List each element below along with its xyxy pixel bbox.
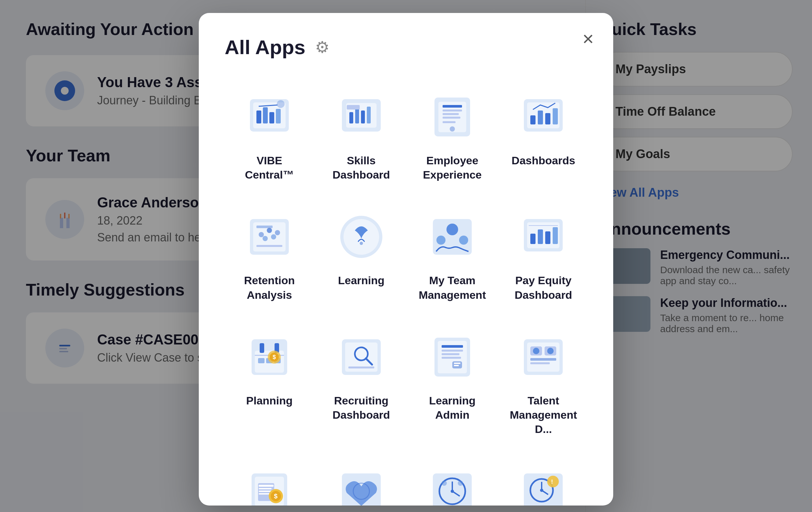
- recruiting-dashboard-icon: [332, 328, 390, 386]
- svg-rect-15: [263, 107, 268, 124]
- modal-overlay[interactable]: All Apps ⚙ × VIBE Central™ Skills Dashbo…: [0, 0, 812, 512]
- app-label-dashboards: Dashboards: [512, 153, 575, 167]
- app-item-learning[interactable]: Learning: [317, 198, 405, 312]
- retention-analysis-icon: [240, 208, 298, 266]
- svg-point-18: [277, 100, 285, 108]
- app-item-retention-analysis[interactable]: Retention Analysis: [225, 198, 314, 312]
- app-item-compensation-mgmt[interactable]: $ Compensation Management: [225, 452, 314, 506]
- svg-rect-79: [348, 367, 374, 369]
- svg-rect-66: [260, 343, 264, 353]
- app-label-learning-admin: Learning Admin: [415, 394, 490, 422]
- svg-rect-37: [530, 115, 535, 125]
- svg-point-34: [450, 126, 455, 132]
- app-item-my-team-management[interactable]: My Team Management: [408, 198, 496, 312]
- app-label-my-team-management: My Team Management: [415, 273, 490, 302]
- svg-rect-23: [355, 108, 359, 124]
- compensation-mgmt-icon: $: [240, 462, 298, 506]
- svg-rect-33: [442, 121, 456, 123]
- svg-rect-38: [538, 110, 543, 125]
- svg-rect-40: [553, 108, 558, 125]
- close-button[interactable]: ×: [582, 29, 594, 49]
- employee-experience-icon: [423, 88, 482, 146]
- svg-rect-26: [347, 105, 360, 110]
- app-item-time-absence[interactable]: Time and Absence: [408, 452, 496, 506]
- svg-rect-100: [259, 485, 273, 487]
- svg-rect-59: [530, 234, 535, 244]
- svg-rect-30: [442, 110, 462, 111]
- svg-point-54: [446, 223, 458, 235]
- svg-rect-14: [256, 110, 261, 124]
- app-item-vibe-central[interactable]: VIBE Central™: [225, 78, 314, 191]
- svg-point-113: [451, 490, 454, 493]
- svg-rect-83: [442, 350, 463, 352]
- time-absence-admin-icon: !: [514, 462, 573, 506]
- app-label-learning: Learning: [338, 273, 385, 288]
- svg-rect-61: [545, 232, 550, 244]
- app-item-dashboards[interactable]: Dashboards: [499, 78, 587, 191]
- svg-rect-85: [442, 357, 461, 359]
- svg-point-46: [263, 236, 268, 241]
- app-label-retention-analysis: Retention Analysis: [231, 273, 308, 302]
- svg-rect-88: [454, 365, 459, 366]
- app-item-employee-experience[interactable]: Employee Experience: [408, 78, 496, 191]
- app-item-time-absence-admin[interactable]: ! Time and Absence Admin: [499, 452, 587, 506]
- svg-rect-49: [256, 225, 272, 228]
- planning-icon: $: [240, 328, 298, 386]
- app-label-planning: Planning: [246, 394, 293, 408]
- svg-point-44: [267, 228, 272, 233]
- svg-point-47: [271, 234, 276, 240]
- gear-icon[interactable]: ⚙: [315, 38, 329, 57]
- svg-point-56: [459, 236, 468, 245]
- app-item-recruiting-dashboard[interactable]: Recruiting Dashboard: [317, 318, 405, 446]
- app-item-skills-dashboard[interactable]: Skills Dashboard: [317, 78, 405, 191]
- app-item-talent-management[interactable]: Talent Management D...: [499, 318, 587, 446]
- app-label-employee-experience: Employee Experience: [415, 153, 490, 182]
- app-item-benefits-dashboard[interactable]: Benefits Dashboard: [317, 452, 405, 506]
- apps-grid: VIBE Central™ Skills Dashboard Employee …: [225, 78, 587, 506]
- svg-text:!: !: [551, 479, 553, 485]
- modal-title: All Apps: [225, 36, 305, 59]
- svg-text:$: $: [274, 492, 278, 500]
- app-label-talent-management: Talent Management D...: [506, 394, 581, 436]
- app-label-vibe-central: VIBE Central™: [231, 153, 308, 182]
- svg-point-95: [533, 348, 540, 354]
- svg-rect-17: [276, 109, 281, 124]
- app-label-skills-dashboard: Skills Dashboard: [324, 153, 399, 182]
- skills-dashboard-icon: [332, 88, 390, 146]
- svg-rect-93: [530, 358, 556, 361]
- all-apps-modal: All Apps ⚙ × VIBE Central™ Skills Dashbo…: [199, 13, 613, 506]
- svg-rect-101: [259, 488, 272, 489]
- svg-rect-87: [454, 362, 460, 364]
- svg-rect-25: [367, 107, 371, 124]
- dashboards-icon: [514, 88, 573, 146]
- app-item-learning-admin[interactable]: Learning Admin: [408, 318, 496, 446]
- learning-icon: [332, 208, 390, 266]
- svg-point-45: [275, 230, 280, 235]
- time-absence-icon: [423, 462, 482, 506]
- app-label-recruiting-dashboard: Recruiting Dashboard: [324, 394, 399, 422]
- pay-equity-dashboard-icon: [514, 208, 573, 266]
- learning-admin-icon: [423, 328, 482, 386]
- app-item-planning[interactable]: $ Planning: [225, 318, 314, 446]
- svg-rect-39: [545, 113, 550, 125]
- my-team-management-icon: [423, 208, 482, 266]
- svg-rect-48: [256, 245, 282, 247]
- svg-rect-62: [553, 227, 558, 244]
- svg-point-96: [547, 348, 554, 354]
- svg-point-43: [259, 232, 264, 237]
- modal-header: All Apps ⚙: [225, 36, 587, 59]
- svg-point-121: [547, 476, 559, 487]
- svg-rect-32: [442, 117, 460, 118]
- app-item-pay-equity-dashboard[interactable]: Pay Equity Dashboard: [499, 198, 587, 312]
- svg-point-52: [360, 242, 363, 245]
- talent-management-icon: [514, 328, 573, 386]
- vibe-central-icon: [240, 88, 298, 146]
- svg-rect-84: [442, 353, 459, 355]
- svg-rect-60: [538, 230, 543, 244]
- svg-rect-94: [530, 362, 550, 364]
- svg-rect-29: [442, 105, 462, 108]
- svg-rect-16: [269, 112, 274, 124]
- svg-point-114: [442, 481, 447, 486]
- svg-rect-82: [442, 345, 463, 348]
- benefits-dashboard-icon: [332, 462, 390, 506]
